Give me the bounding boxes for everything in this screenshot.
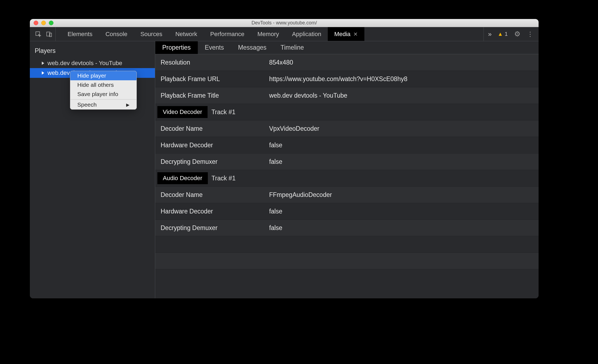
property-row: Decoder Name VpxVideoDecoder xyxy=(155,120,539,137)
devtools-window: DevTools - www.youtube.com/ Elements Con… xyxy=(30,19,539,298)
devtools-toolbar-right: » ▲ 1 ⚙ ⋮ xyxy=(481,27,539,41)
subtab-label: Events xyxy=(205,44,224,51)
property-value: false xyxy=(269,208,539,215)
tab-label: Memory xyxy=(257,31,279,38)
player-item[interactable]: web.dev devtools - YouTube xyxy=(30,58,155,68)
sidebar-heading: Players xyxy=(30,41,155,58)
property-value: https://www.youtube.com/watch?v=H0XScE08… xyxy=(269,75,539,83)
property-value: false xyxy=(269,158,539,165)
subtab-label: Properties xyxy=(162,44,191,51)
tab-sources[interactable]: Sources xyxy=(134,27,169,41)
devtools-toolbar-left xyxy=(30,27,56,41)
context-menu-label: Save player info xyxy=(77,91,118,97)
tab-label: Elements xyxy=(68,31,93,38)
media-players-sidebar: Players web.dev devtools - YouTube web.d… xyxy=(30,41,155,298)
chevron-right-double-icon: » xyxy=(488,30,492,38)
player-label: web.dev devtools - YouTube xyxy=(47,60,122,67)
play-icon xyxy=(42,62,44,65)
tab-label: Performance xyxy=(210,31,244,38)
property-label: Decrypting Demuxer xyxy=(155,158,269,165)
section-chip: Audio Decoder xyxy=(157,172,208,184)
property-value: false xyxy=(269,224,539,232)
context-menu-item-hide-player[interactable]: Hide player xyxy=(70,71,136,80)
property-row: Playback Frame URL https://www.youtube.c… xyxy=(155,71,539,87)
close-icon[interactable]: ✕ xyxy=(353,31,358,37)
gear-icon: ⚙ xyxy=(514,30,520,38)
select-element-icon[interactable] xyxy=(35,31,42,38)
media-subtabs: Properties Events Messages Timeline xyxy=(155,41,539,54)
subtab-label: Timeline xyxy=(281,44,304,51)
property-row: Playback Frame Title web.dev devtools - … xyxy=(155,87,539,104)
warnings-badge[interactable]: ▲ 1 xyxy=(498,31,508,37)
property-value: false xyxy=(269,142,539,149)
devtools-content: Players web.dev devtools - YouTube web.d… xyxy=(30,41,539,298)
subtab-label: Messages xyxy=(238,44,266,51)
tab-label: Network xyxy=(175,31,197,38)
devtools-tabbar: Elements Console Sources Network Perform… xyxy=(30,27,539,41)
tab-elements[interactable]: Elements xyxy=(61,27,99,41)
context-menu: Hide player Hide all others Save player … xyxy=(70,71,137,110)
property-row: Decoder Name FFmpegAudioDecoder xyxy=(155,187,539,203)
property-row: Decrypting Demuxer false xyxy=(155,220,539,236)
context-menu-label: Hide all others xyxy=(77,82,114,88)
window-minimize-button[interactable] xyxy=(41,21,46,25)
device-toolbar-icon[interactable] xyxy=(46,31,53,38)
window-traffic-lights xyxy=(30,21,53,25)
subtab-properties[interactable]: Properties xyxy=(155,41,198,54)
context-menu-item-speech[interactable]: Speech ▶ xyxy=(70,100,136,109)
tab-network[interactable]: Network xyxy=(169,27,204,41)
tab-console[interactable]: Console xyxy=(99,27,134,41)
window-close-button[interactable] xyxy=(34,21,38,25)
warning-icon: ▲ xyxy=(498,31,503,37)
subtab-events[interactable]: Events xyxy=(198,41,231,54)
property-label: Resolution xyxy=(155,59,269,66)
chevron-right-icon: ▶ xyxy=(126,102,129,107)
tab-label: Console xyxy=(106,31,128,38)
tab-performance[interactable]: Performance xyxy=(204,27,251,41)
section-track: Track #1 xyxy=(212,175,236,182)
property-row: Decrypting Demuxer false xyxy=(155,154,539,170)
mac-titlebar: DevTools - www.youtube.com/ xyxy=(30,19,539,27)
window-zoom-button[interactable] xyxy=(49,21,53,25)
tab-label: Sources xyxy=(140,31,162,38)
properties-rows: Resolution 854x480 Playback Frame URL ht… xyxy=(155,54,539,298)
property-label: Decoder Name xyxy=(155,191,269,199)
empty-row xyxy=(155,236,539,253)
property-value: 854x480 xyxy=(269,59,539,66)
kebab-menu-button[interactable]: ⋮ xyxy=(527,31,534,38)
property-label: Playback Frame URL xyxy=(155,75,269,83)
tab-application[interactable]: Application xyxy=(285,27,328,41)
settings-button[interactable]: ⚙ xyxy=(514,31,521,38)
more-tabs-button[interactable]: » xyxy=(484,27,492,41)
property-label: Playback Frame Title xyxy=(155,92,269,99)
section-header-video-decoder: Video Decoder Track #1 xyxy=(155,104,539,120)
property-row: Hardware Decoder false xyxy=(155,203,539,220)
context-menu-label: Hide player xyxy=(77,72,106,79)
property-label: Hardware Decoder xyxy=(155,208,269,215)
tab-memory[interactable]: Memory xyxy=(251,27,285,41)
subtab-timeline[interactable]: Timeline xyxy=(273,41,311,54)
property-value: FFmpegAudioDecoder xyxy=(269,191,539,199)
media-properties-panel: Properties Events Messages Timeline Reso… xyxy=(155,41,539,298)
context-menu-item-hide-others[interactable]: Hide all others xyxy=(70,80,136,90)
play-icon xyxy=(42,71,44,75)
property-label: Hardware Decoder xyxy=(155,142,269,149)
section-track: Track #1 xyxy=(211,108,236,116)
tab-label: Media xyxy=(334,31,351,38)
section-header-audio-decoder: Audio Decoder Track #1 xyxy=(155,170,539,187)
context-menu-label: Speech xyxy=(77,101,97,108)
tab-media[interactable]: Media ✕ xyxy=(328,27,364,41)
property-row: Resolution 854x480 xyxy=(155,54,539,71)
subtab-messages[interactable]: Messages xyxy=(231,41,273,54)
context-menu-separator xyxy=(70,99,136,100)
property-value: web.dev devtools - YouTube xyxy=(269,92,539,99)
property-label: Decrypting Demuxer xyxy=(155,224,269,232)
window-title: DevTools - www.youtube.com/ xyxy=(30,20,539,26)
warning-count: 1 xyxy=(505,31,508,37)
more-vertical-icon: ⋮ xyxy=(527,30,533,38)
property-value: VpxVideoDecoder xyxy=(269,125,539,132)
context-menu-item-save-info[interactable]: Save player info xyxy=(70,90,136,99)
empty-row xyxy=(155,253,539,269)
tab-label: Application xyxy=(292,31,321,38)
panel-tabs: Elements Console Sources Network Perform… xyxy=(56,27,364,41)
